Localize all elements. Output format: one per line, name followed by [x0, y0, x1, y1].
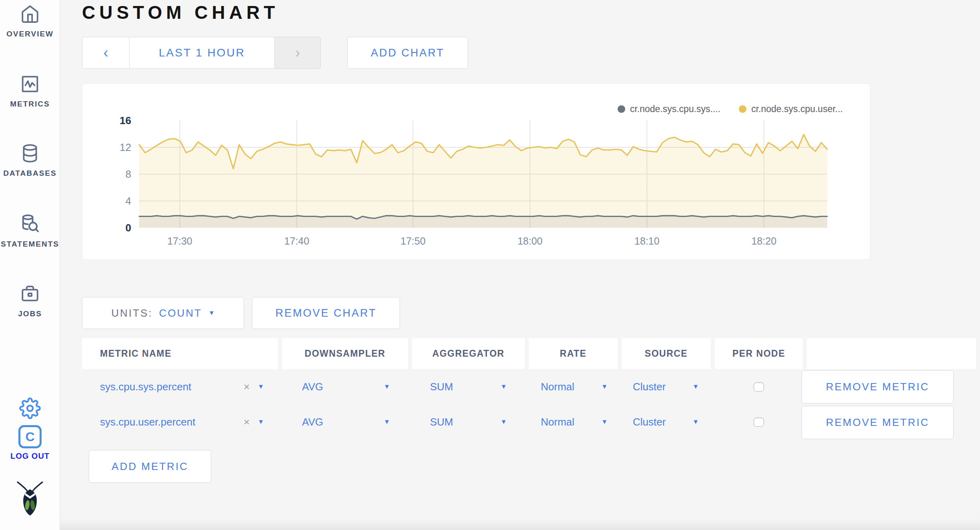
chevron-down-icon[interactable]: ▼	[384, 418, 390, 426]
sidebar-item-label: METRICS	[0, 100, 60, 108]
per-node-checkbox[interactable]	[754, 382, 764, 391]
rate-dropdown[interactable]: Normal ▼	[529, 369, 618, 404]
sidebar-item-label: DATABASES	[0, 169, 60, 178]
downsampler-value[interactable]: AVG	[302, 381, 323, 393]
svg-text:8: 8	[126, 168, 131, 180]
header-actions	[807, 338, 976, 369]
metric-name-value[interactable]: sys.cpu.sys.percent	[100, 381, 191, 393]
chevron-down-icon[interactable]: ▼	[258, 418, 264, 426]
chevron-down-icon[interactable]: ▼	[692, 418, 699, 426]
legend-label: cr.node.sys.cpu.sys....	[630, 104, 720, 114]
chevron-down-icon[interactable]: ▼	[692, 383, 699, 390]
settings-button[interactable]	[0, 398, 60, 421]
metric-name-dropdown[interactable]: sys.cpu.user.percent × ▼	[82, 404, 278, 440]
sidebar-item-statements[interactable]: STATEMENTS	[0, 213, 60, 249]
time-range-prev-button[interactable]: ‹	[82, 37, 130, 68]
svg-text:17:50: 17:50	[400, 235, 426, 247]
statements-icon	[20, 229, 40, 235]
downsampler-dropdown[interactable]: AVG ▼	[282, 369, 408, 404]
logout-label: LOG OUT	[0, 452, 60, 461]
sidebar-item-databases[interactable]: DATABASES	[0, 143, 60, 178]
time-range-dropdown[interactable]: LAST 1 HOUR	[130, 37, 274, 68]
briefcase-icon	[20, 298, 40, 305]
sidebar-item-overview[interactable]: OVERVIEW	[0, 4, 60, 38]
chevron-down-icon[interactable]: ▼	[601, 418, 608, 426]
rate-value[interactable]: Normal	[541, 381, 574, 393]
aggregator-value[interactable]: SUM	[430, 416, 453, 428]
svg-text:18:10: 18:10	[634, 235, 660, 247]
page-title: CUSTOM CHART	[82, 2, 279, 23]
bottom-shadow	[60, 518, 980, 530]
database-icon	[20, 158, 40, 165]
chevron-down-icon[interactable]: ▼	[500, 418, 507, 426]
header-downsampler: DOWNSAMPLER	[282, 338, 408, 369]
per-node-checkbox[interactable]	[754, 418, 764, 427]
chevron-down-icon[interactable]: ▼	[500, 383, 507, 390]
clear-icon[interactable]: ×	[244, 416, 250, 428]
legend-dot-icon	[739, 105, 746, 113]
per-node-cell	[715, 404, 803, 440]
header-rate: RATE	[529, 338, 618, 369]
remove-metric-button[interactable]: REMOVE METRIC	[802, 406, 954, 439]
remove-chart-button[interactable]: REMOVE CHART	[252, 297, 400, 329]
add-metric-button[interactable]: ADD METRIC	[89, 450, 211, 483]
legend-item-sys: cr.node.sys.cpu.sys....	[618, 104, 720, 114]
sidebar-item-jobs[interactable]: JOBS	[0, 284, 60, 318]
sidebar: OVERVIEW METRICS DATABASES	[0, 0, 60, 530]
units-label: UNITS:	[111, 307, 152, 319]
svg-text:0: 0	[126, 222, 131, 234]
aggregator-value[interactable]: SUM	[430, 381, 453, 393]
source-dropdown[interactable]: Cluster ▼	[622, 404, 711, 440]
legend-label: cr.node.sys.cpu.user...	[751, 104, 843, 114]
svg-text:18:00: 18:00	[518, 235, 543, 247]
svg-text:12: 12	[120, 141, 131, 153]
remove-metric-button[interactable]: REMOVE METRIC	[802, 370, 954, 404]
gear-icon	[19, 414, 41, 420]
metrics-icon	[20, 88, 40, 95]
header-per-node: PER NODE	[715, 338, 803, 369]
legend-dot-icon	[618, 105, 625, 113]
svg-text:17:40: 17:40	[284, 235, 310, 247]
chevron-down-icon[interactable]: ▼	[384, 383, 390, 390]
aggregator-dropdown[interactable]: SUM ▼	[412, 404, 525, 440]
custom-chart-card: cr.node.sys.cpu.sys.... cr.node.sys.cpu.…	[82, 83, 870, 260]
time-range-next-button[interactable]: ›	[274, 37, 320, 68]
header-aggregator: AGGREGATOR	[412, 338, 525, 369]
aggregator-dropdown[interactable]: SUM ▼	[412, 369, 525, 404]
home-icon	[20, 18, 40, 25]
logout-button[interactable]: C LOG OUT	[0, 425, 60, 461]
source-value[interactable]: Cluster	[633, 381, 666, 393]
chart-legend: cr.node.sys.cpu.sys.... cr.node.sys.cpu.…	[618, 104, 843, 114]
svg-text:18:20: 18:20	[751, 235, 776, 247]
source-dropdown[interactable]: Cluster ▼	[622, 369, 711, 404]
cockroach-monogram-icon: C	[18, 425, 42, 448]
chevron-left-icon: ‹	[104, 44, 108, 61]
svg-text:4: 4	[126, 195, 131, 207]
downsampler-dropdown[interactable]: AVG ▼	[282, 404, 408, 440]
source-value[interactable]: Cluster	[633, 416, 666, 428]
metric-name-dropdown[interactable]: sys.cpu.sys.percent × ▼	[82, 369, 278, 404]
header-source: SOURCE	[622, 338, 711, 369]
clear-icon[interactable]: ×	[244, 381, 250, 393]
svg-text:17:30: 17:30	[167, 235, 192, 247]
units-value[interactable]: COUNT	[159, 307, 202, 319]
header-metric-name: METRIC NAME	[82, 338, 278, 369]
chevron-down-icon[interactable]: ▼	[208, 309, 215, 317]
chevron-right-icon: ›	[295, 44, 300, 61]
time-range-selector: ‹ LAST 1 HOUR ›	[82, 37, 321, 69]
add-chart-button[interactable]: ADD CHART	[347, 37, 468, 69]
svg-text:16: 16	[120, 116, 131, 126]
chevron-down-icon[interactable]: ▼	[258, 383, 264, 390]
sidebar-item-label: OVERVIEW	[0, 30, 60, 38]
chevron-down-icon[interactable]: ▼	[601, 383, 608, 390]
downsampler-value[interactable]: AVG	[302, 416, 323, 428]
timeseries-chart: 17:3017:4017:5018:0018:1018:200481216	[114, 116, 850, 254]
rate-dropdown[interactable]: Normal ▼	[529, 404, 618, 440]
per-node-cell	[715, 369, 803, 404]
sidebar-item-metrics[interactable]: METRICS	[0, 74, 60, 108]
rate-value[interactable]: Normal	[541, 416, 574, 428]
cockroach-logo	[0, 480, 60, 518]
metric-name-value[interactable]: sys.cpu.user.percent	[100, 416, 195, 428]
legend-item-user: cr.node.sys.cpu.user...	[739, 104, 843, 114]
units-dropdown[interactable]: UNITS: COUNT ▼	[82, 297, 244, 329]
